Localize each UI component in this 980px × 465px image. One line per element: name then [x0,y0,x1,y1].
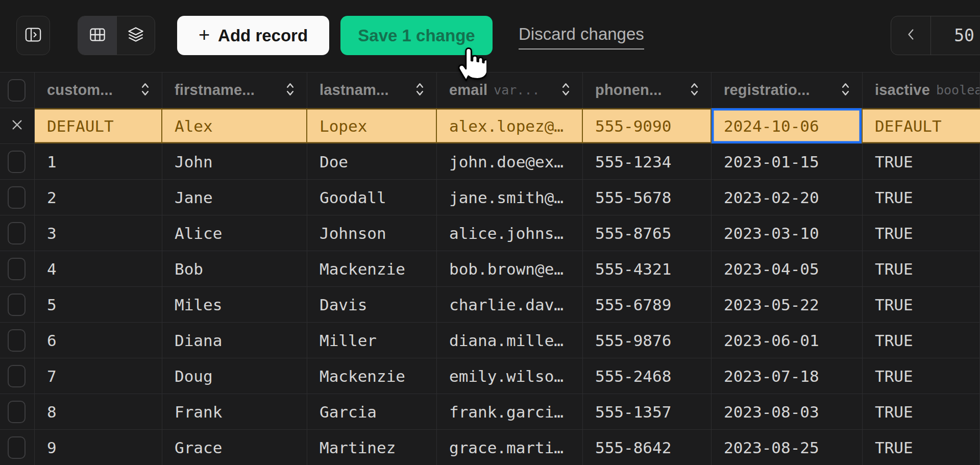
sort-chevrons-icon[interactable] [409,81,424,100]
cell[interactable]: John [162,144,307,179]
column-header-7[interactable]: isactiveboolean [863,72,980,108]
cell[interactable]: Mackenzie [307,358,437,394]
cell[interactable]: Miller [307,323,437,358]
pending-cell[interactable]: DEFAULT [35,108,162,143]
sort-chevrons-icon[interactable] [135,81,150,100]
cell[interactable]: Davis [307,287,437,322]
row-checkbox[interactable] [8,293,26,316]
select-all-checkbox[interactable] [8,79,26,102]
cell[interactable]: Johnson [307,215,437,251]
cell[interactable]: 555-8765 [583,215,712,251]
cell[interactable]: 8 [35,394,162,429]
column-header-5[interactable]: phonen... [583,72,712,108]
sort-chevrons-icon[interactable] [280,81,295,100]
cell[interactable]: 1 [35,144,162,179]
sort-chevrons-icon[interactable] [555,81,570,100]
discard-changes-link[interactable]: Discard changes [519,25,644,50]
cell[interactable]: 2023-08-25 [712,430,863,465]
cell[interactable]: 555-9876 [583,323,712,358]
cell[interactable]: 555-6789 [583,287,712,322]
cell[interactable]: 2023-03-10 [712,215,863,251]
page-size-value[interactable]: 50 [931,16,980,55]
cell[interactable]: Frank [162,394,307,429]
column-header-6[interactable]: registratio... [712,72,863,108]
cell[interactable]: 9 [35,430,162,465]
cell[interactable]: Bob [162,251,307,286]
column-header-4[interactable]: emailvar... [437,72,583,108]
cell[interactable]: 2023-08-03 [712,394,863,429]
column-header-1[interactable]: custom... [35,72,162,108]
layers-view-tab[interactable] [116,16,155,55]
cell[interactable]: john.doe@ex… [437,144,583,179]
cell[interactable]: 555-2468 [583,358,712,394]
cell[interactable]: 2023-06-01 [712,323,863,358]
cell[interactable]: 4 [35,251,162,286]
column-header-3[interactable]: lastnam... [307,72,437,108]
cell[interactable]: 555-8642 [583,430,712,465]
cell[interactable]: grace.marti… [437,430,583,465]
sidebar-toggle-button[interactable] [16,16,50,55]
add-record-button[interactable]: + Add record [177,16,329,55]
cell[interactable]: 5 [35,287,162,322]
sort-chevrons-icon[interactable] [684,81,699,100]
cell[interactable]: 7 [35,358,162,394]
row-checkbox[interactable] [8,151,26,173]
cell[interactable]: Miles [162,287,307,322]
cell[interactable]: 3 [35,215,162,251]
cell[interactable]: 555-5678 [583,180,712,215]
cell[interactable]: Doe [307,144,437,179]
cell[interactable]: TRUE [863,251,980,286]
cell[interactable]: 6 [35,323,162,358]
cell[interactable]: Goodall [307,180,437,215]
cell[interactable]: bob.brown@e… [437,251,583,286]
cell[interactable]: TRUE [863,358,980,394]
cell[interactable]: Grace [162,430,307,465]
row-checkbox[interactable] [8,365,26,387]
cell[interactable]: TRUE [863,323,980,358]
pending-cell[interactable]: Lopex [307,108,437,143]
cell[interactable]: TRUE [863,180,980,215]
sort-chevrons-icon[interactable] [835,81,850,100]
pending-cell[interactable]: 555-9090 [583,108,712,143]
cell[interactable]: 555-1234 [583,144,712,179]
cell[interactable]: Mackenzie [307,251,437,286]
cell[interactable]: Garcia [307,394,437,429]
row-checkbox[interactable] [8,329,26,352]
cell[interactable]: 2023-04-05 [712,251,863,286]
row-checkbox[interactable] [8,258,26,280]
cell[interactable]: Doug [162,358,307,394]
row-checkbox[interactable] [8,186,26,209]
cell[interactable]: TRUE [863,287,980,322]
pending-row-remove-cell[interactable] [0,108,35,143]
cell[interactable]: 2023-05-22 [712,287,863,322]
column-header-2[interactable]: firstname... [162,72,307,108]
cell[interactable]: diana.mille… [437,323,583,358]
table-view-tab[interactable] [78,16,116,55]
row-checkbox[interactable] [8,401,26,423]
cell[interactable]: alice.johns… [437,215,583,251]
pending-cell[interactable]: Alex [162,108,307,143]
cell[interactable]: TRUE [863,215,980,251]
cell[interactable]: frank.garci… [437,394,583,429]
cell[interactable]: TRUE [863,144,980,179]
cell[interactable]: 2 [35,180,162,215]
cell[interactable]: TRUE [863,430,980,465]
cell[interactable]: 2023-07-18 [712,358,863,394]
cell[interactable]: Jane [162,180,307,215]
pending-cell[interactable]: DEFAULT [863,108,980,143]
save-changes-button[interactable]: Save 1 change [340,16,493,55]
row-checkbox[interactable] [8,436,26,459]
pending-cell[interactable]: alex.lopez@… [437,108,583,143]
cell[interactable]: TRUE [863,394,980,429]
cell[interactable]: Alice [162,215,307,251]
cell[interactable]: Martinez [307,430,437,465]
selected-cell[interactable]: 2024-10-06 [712,108,863,143]
cell[interactable]: Diana [162,323,307,358]
cell[interactable]: charlie.dav… [437,287,583,322]
cell[interactable]: 2023-01-15 [712,144,863,179]
cell[interactable]: jane.smith@… [437,180,583,215]
cell[interactable]: emily.wilso… [437,358,583,394]
previous-page-button[interactable] [891,16,931,55]
cell[interactable]: 555-1357 [583,394,712,429]
cell[interactable]: 2023-02-20 [712,180,863,215]
